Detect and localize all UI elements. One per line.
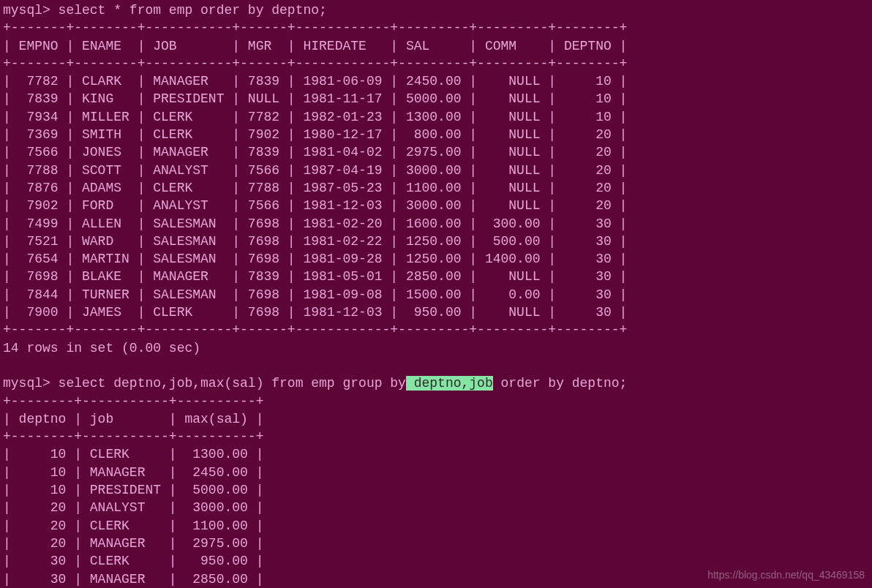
table-row: | 7566 | JONES | MANAGER | 7839 | 1981-0… bbox=[3, 143, 869, 161]
table-row: | 7934 | MILLER | CLERK | 7782 | 1982-01… bbox=[3, 108, 869, 126]
sql-query-2-before: select deptno,job,max(sal) from emp grou… bbox=[50, 376, 406, 391]
table-row: | 7369 | SMITH | CLERK | 7902 | 1980-12-… bbox=[3, 126, 869, 143]
table-row: | 7698 | BLAKE | MANAGER | 7839 | 1981-0… bbox=[3, 268, 869, 285]
table-row: | 10 | MANAGER | 2450.00 | bbox=[3, 464, 869, 481]
table-row: | 20 | MANAGER | 2975.00 | bbox=[3, 535, 869, 552]
table-1-body: | 7782 | CLARK | MANAGER | 7839 | 1981-0… bbox=[3, 72, 869, 321]
table-row: | 7876 | ADAMS | CLERK | 7788 | 1987-05-… bbox=[3, 179, 869, 197]
table-header-row: | EMPNO | ENAME | JOB | MGR | HIREDATE |… bbox=[3, 37, 869, 55]
watermark: https://blog.csdn.net/qq_43469158 bbox=[707, 568, 865, 582]
table-row: | 10 | CLERK | 1300.00 | bbox=[3, 445, 869, 463]
table-separator: +-------+--------+-----------+------+---… bbox=[3, 19, 869, 37]
sql-query-2-highlight: deptno,job bbox=[406, 376, 493, 391]
mysql-prompt: mysql> bbox=[3, 3, 50, 18]
query-line-1: mysql> select * from emp order by deptno… bbox=[3, 1, 869, 19]
table-row: | 20 | CLERK | 1100.00 | bbox=[3, 517, 869, 535]
sql-query-2-after: order by deptno; bbox=[493, 376, 628, 391]
table-row: | 30 | CLERK | 950.00 | bbox=[3, 552, 869, 570]
table-row: | 10 | PRESIDENT | 5000.00 | bbox=[3, 481, 869, 499]
table-row: | 7902 | FORD | ANALYST | 7566 | 1981-12… bbox=[3, 197, 869, 214]
table-separator: +-------+--------+-----------+------+---… bbox=[3, 321, 869, 339]
table-header-row: | deptno | job | max(sal) | bbox=[3, 410, 869, 428]
blank-line bbox=[3, 357, 869, 374]
table-row: | 7839 | KING | PRESIDENT | NULL | 1981-… bbox=[3, 90, 869, 108]
query-line-2: mysql> select deptno,job,max(sal) from e… bbox=[3, 374, 869, 392]
sql-query-1: select * from emp order by deptno; bbox=[50, 3, 327, 18]
table-row: | 7900 | JAMES | CLERK | 7698 | 1981-12-… bbox=[3, 304, 869, 321]
terminal-output: mysql> select * from emp order by deptno… bbox=[3, 1, 869, 588]
table-row: | 7788 | SCOTT | ANALYST | 7566 | 1987-0… bbox=[3, 162, 869, 179]
table-row: | 20 | ANALYST | 3000.00 | bbox=[3, 499, 869, 516]
mysql-prompt: mysql> bbox=[3, 376, 50, 391]
table-separator: +-------+--------+-----------+------+---… bbox=[3, 55, 869, 72]
table-separator: +--------+-----------+----------+ bbox=[3, 393, 869, 410]
table-row: | 7782 | CLARK | MANAGER | 7839 | 1981-0… bbox=[3, 72, 869, 90]
table-row: | 7521 | WARD | SALESMAN | 7698 | 1981-0… bbox=[3, 233, 869, 250]
table-separator: +--------+-----------+----------+ bbox=[3, 428, 869, 445]
table-row: | 7499 | ALLEN | SALESMAN | 7698 | 1981-… bbox=[3, 215, 869, 233]
table-row: | 7844 | TURNER | SALESMAN | 7698 | 1981… bbox=[3, 286, 869, 304]
table-2-body: | 10 | CLERK | 1300.00 || 10 | MANAGER |… bbox=[3, 445, 869, 588]
result-summary: 14 rows in set (0.00 sec) bbox=[3, 339, 869, 357]
table-row: | 7654 | MARTIN | SALESMAN | 7698 | 1981… bbox=[3, 250, 869, 268]
